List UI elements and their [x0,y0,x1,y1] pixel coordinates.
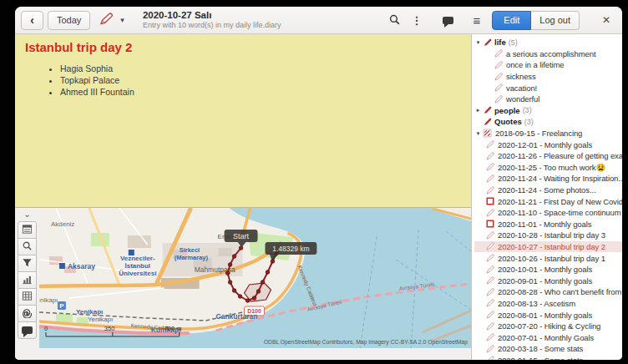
search-icon [388,13,401,28]
entry-row[interactable]: 2020-11-01 - Monthly goals [474,219,622,230]
collapse-panel-button[interactable]: ⌄ [19,209,36,220]
map-label-marmaray: (Marmaray) [175,254,209,261]
pen-icon [484,174,495,183]
entry-row[interactable]: 2020-10-28 - Istanbul trip day 3 [474,230,622,241]
map-search-button[interactable] [18,238,37,255]
entry-label: 2020-08-28 - Who can't benefit from ... [498,287,622,296]
pen-icon [484,152,495,160]
filter-icon [22,256,33,271]
entry-row[interactable]: 2020-11-21 - First Day of New Covid R... [474,195,622,207]
entry-label: 2020-08-13 - Ascetism [498,299,575,308]
logout-button[interactable]: Log out [531,11,580,30]
pen-icon [484,333,495,341]
map-label-sirkeci: Sirkeci [180,246,200,254]
tag-child-row[interactable]: wonderful [474,94,622,105]
spiral-button[interactable] [18,305,37,322]
pencil-icon [99,13,115,28]
map-label-vezneciler: Vezneciler- [120,255,155,262]
entry-row[interactable]: 2020-11-10 - Space-time continuum [474,207,622,219]
entry-row[interactable]: 2020-11-24 - Waiting for Inspiration... [474,173,622,185]
map-label-aksaray: Aksaray [68,262,95,270]
pen-icon [484,345,495,353]
pen-icon [484,231,495,240]
spiral-icon [22,306,33,321]
entry-row[interactable]: 2020-12-01 - Monthly goals [474,139,622,150]
map-label-cankurtaran: Cankurtaran [216,312,258,321]
kebab-menu-button[interactable]: ⋮ [408,11,427,30]
entry-label: 2020-11-24 - Waiting for Inspiration... [498,174,622,183]
back-button[interactable]: ‹ [21,11,43,30]
close-window-button[interactable]: ✕ [596,11,616,30]
tag-row[interactable]: ▸people(3) [474,105,622,117]
entry-label: 2020-07-01 - Monthly Goals [498,333,594,342]
diary-row[interactable]: ▾2018-09-15 - Freelancing [474,128,622,139]
svg-text:1.48329 km: 1.48329 km [272,245,309,253]
expander-icon[interactable]: ▾ [474,130,482,137]
pen-icon [484,311,495,319]
tag-child-row[interactable]: a serious accomplishment [474,48,622,60]
tag-row[interactable]: ▾life(5) [474,37,622,48]
today-button[interactable]: Today [48,11,90,30]
entry-row[interactable]: 2020-10-01 - Monthly goals [474,264,622,276]
filter-button[interactable] [18,255,37,272]
expander-icon[interactable]: ▾ [474,39,482,46]
diary-label: 2018-09-15 - Freelancing [495,129,582,138]
diary-icon [482,129,493,138]
entry-subtitle: Entry with 10 word(s) in my daily life.d… [143,22,281,29]
entry-list-button[interactable] [18,221,37,239]
tag-count: (3) [524,118,534,126]
pen-icon [484,163,495,171]
entry-row[interactable]: 2020-08-28 - Who can't benefit from ... [474,286,622,298]
map-label-vezneciler: İstanbul [124,262,150,270]
pen-icon [482,106,493,114]
table-button[interactable] [18,288,37,306]
entry-row[interactable]: 2020-08-13 - Ascetism [474,298,622,310]
entry-row[interactable]: 2020-03-18 - Some stats [474,343,622,355]
new-entry-menu-button[interactable]: ▾ [94,11,129,30]
entry-row[interactable]: 2020-01-15 - Some stats [474,355,622,360]
pen-icon [484,265,495,274]
pen-icon [484,242,495,250]
entry-row[interactable]: 2020-10-26 - Istanbul trip day 1 [474,252,622,264]
scale-zero: 0 [44,325,48,332]
entry-label: 2020-03-18 - Some stats [498,344,583,353]
list-view-icon [22,223,33,238]
map-label-yenikapi: Yenikapı [88,316,113,323]
entry-row[interactable]: 2020-10-27 - Istanbul trip day 2 [474,241,622,253]
pen-icon [482,118,493,126]
header-actions: ⋮ ≡ Edit Log out ✕ [384,11,616,30]
entry-label: 2020-11-10 - Space-time continuum [498,208,621,217]
entry-row[interactable]: 2020-11-24 - Some photos... [474,185,622,196]
tag-child-row[interactable]: vacation! [474,82,622,94]
entry-text-area[interactable]: Istanbul trip day 2 Hagia Sophia Topkapi… [15,34,471,208]
search-button[interactable] [384,11,405,30]
bar-chart-icon [22,273,33,288]
chart-button[interactable] [18,271,37,289]
edit-button[interactable]: Edit [492,11,531,30]
hamburger-menu-button[interactable]: ≡ [469,11,485,30]
map-toolbar: ⌄ [15,208,39,348]
pen-icon [484,288,495,296]
map-canvas[interactable]: P D100 Akdeniz Aksaray Vezneciler- İstan… [39,208,471,348]
map-comments-button[interactable] [18,321,37,339]
entry-row[interactable]: 2020-07-20 - Hiking & Cycling [474,321,622,332]
map-label-yenikapi: Yenikapı [39,296,58,304]
tag-child-row[interactable]: once in a lifetime [474,59,622,71]
entry-label: 2020-01-15 - Some stats [498,356,583,360]
entry-row[interactable]: 2020-11-26 - Pleasure of getting exac... [474,150,622,162]
bottom-strip [15,348,471,360]
pen-icon [484,322,495,331]
table-grid-icon [22,290,33,305]
comments-button[interactable] [438,11,458,30]
entry-row[interactable]: 2020-08-01 - Monthly goals [474,309,622,321]
entry-row[interactable]: 2020-11-25 - Too much work😫 [474,162,622,174]
expander-icon[interactable]: ▸ [474,107,482,114]
tag-row[interactable]: Quotes(3) [474,116,622,128]
search-icon [22,240,33,255]
tag-label: Quotes [494,117,522,126]
entry-label: 2020-07-20 - Hiking & Cycling [498,321,600,331]
todo-icon [484,197,495,205]
entry-row[interactable]: 2020-09-01 - Monthly goals [474,275,622,286]
entry-row[interactable]: 2020-07-01 - Monthly Goals [474,331,622,343]
tag-child-row[interactable]: sickness [474,71,622,83]
